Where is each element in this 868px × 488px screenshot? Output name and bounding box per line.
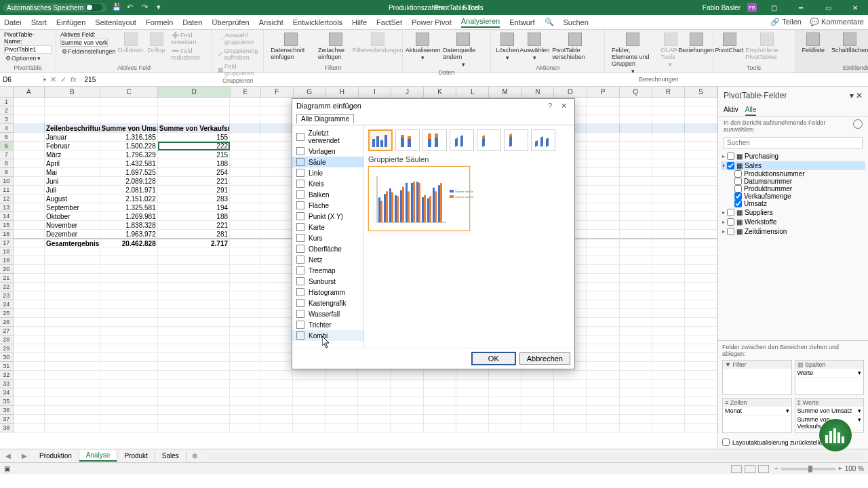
cell[interactable]	[100, 424, 158, 432]
cell[interactable]	[685, 371, 717, 380]
cell[interactable]: Gesamtergebnis	[45, 239, 100, 247]
cell[interactable]	[326, 424, 358, 432]
cell[interactable]: Juli	[45, 186, 100, 195]
cell[interactable]	[685, 142, 717, 150]
cell[interactable]: August	[45, 195, 100, 203]
cell[interactable]: Dezember	[45, 230, 100, 239]
cell[interactable]	[230, 177, 260, 186]
cell[interactable]	[45, 291, 100, 300]
cell[interactable]	[620, 221, 652, 230]
cell[interactable]	[14, 380, 45, 388]
cell[interactable]	[158, 265, 230, 274]
cell[interactable]	[521, 424, 554, 432]
area-item[interactable]: Monat▾	[723, 407, 791, 415]
col-header[interactable]: O	[554, 87, 587, 97]
move-pivottable-button[interactable]: PivotTable verschieben	[549, 31, 600, 62]
cell[interactable]	[620, 150, 652, 159]
cell[interactable]	[620, 159, 652, 168]
cell[interactable]	[424, 424, 456, 432]
cell[interactable]: 2.089.128	[100, 177, 158, 186]
cell[interactable]: 222	[158, 142, 230, 150]
cell[interactable]	[587, 397, 619, 406]
cell[interactable]	[14, 265, 45, 274]
cell[interactable]	[456, 397, 489, 406]
col-header[interactable]: E	[231, 87, 261, 97]
cell[interactable]	[14, 195, 45, 203]
dialog-close-icon[interactable]: ✕	[557, 102, 570, 110]
zoom-in-icon[interactable]: +	[838, 465, 842, 472]
cell[interactable]: September	[45, 203, 100, 212]
tab-pagelayout[interactable]: Seitenlayout	[95, 18, 136, 26]
cell[interactable]	[620, 195, 652, 203]
cell[interactable]	[620, 133, 652, 142]
cell[interactable]	[685, 247, 717, 256]
cell[interactable]	[652, 424, 685, 432]
chart-category-item[interactable]: Balken	[292, 189, 363, 200]
cell[interactable]: 281	[158, 230, 230, 239]
cell[interactable]	[587, 283, 619, 291]
cell[interactable]	[620, 309, 652, 318]
cell[interactable]	[100, 247, 158, 256]
cell[interactable]: 254	[158, 168, 230, 177]
cell[interactable]	[100, 106, 158, 115]
row-header[interactable]: 4	[0, 124, 14, 133]
cell[interactable]	[14, 230, 45, 239]
cell[interactable]	[358, 415, 391, 424]
cell[interactable]	[652, 380, 685, 388]
cell[interactable]	[158, 371, 230, 380]
cell[interactable]	[230, 230, 260, 239]
cell[interactable]	[652, 283, 685, 291]
cell[interactable]: 1.796.329	[100, 150, 158, 159]
cell[interactable]	[587, 415, 619, 424]
cell[interactable]	[230, 203, 260, 212]
pivot-pane-options-icon[interactable]: ▾	[850, 91, 854, 100]
cell[interactable]	[230, 380, 260, 388]
cell[interactable]	[489, 406, 521, 415]
gear-icon[interactable]	[853, 119, 863, 129]
cell[interactable]	[45, 309, 100, 318]
cell[interactable]	[293, 397, 326, 406]
area-rows[interactable]: ≡ Zeilen Monat▾	[722, 398, 792, 433]
chart-subtype-3d-clustered[interactable]	[450, 129, 474, 151]
cancel-formula-icon[interactable]: ✕	[50, 75, 56, 84]
cell[interactable]	[14, 344, 45, 353]
cell[interactable]	[14, 203, 45, 212]
cell[interactable]	[260, 247, 293, 256]
row-header[interactable]: 16	[0, 230, 14, 239]
cell[interactable]	[620, 212, 652, 221]
cell[interactable]	[587, 247, 619, 256]
cell[interactable]	[587, 239, 619, 247]
maximize-icon[interactable]: ▭	[818, 4, 838, 12]
cell[interactable]	[230, 106, 260, 115]
cell[interactable]	[620, 239, 652, 247]
cell[interactable]	[456, 424, 489, 432]
cell[interactable]: Januar	[45, 133, 100, 142]
cell[interactable]	[587, 380, 619, 388]
row-header[interactable]: 26	[0, 318, 14, 327]
row-header[interactable]: 38	[0, 424, 14, 432]
cell[interactable]	[230, 98, 260, 106]
cell[interactable]	[521, 380, 554, 388]
cell[interactable]: 1.269.981	[100, 212, 158, 221]
cell[interactable]	[14, 150, 45, 159]
cell[interactable]	[45, 274, 100, 283]
cell[interactable]	[230, 353, 260, 362]
cell[interactable]	[14, 291, 45, 300]
cell[interactable]	[424, 388, 456, 397]
cell[interactable]	[230, 291, 260, 300]
cell[interactable]	[100, 309, 158, 318]
tab-formulas[interactable]: Formeln	[146, 18, 173, 26]
cell[interactable]: 1.316.185	[100, 133, 158, 142]
cell[interactable]	[45, 424, 100, 432]
active-field-input[interactable]	[60, 39, 108, 47]
cell[interactable]	[456, 371, 489, 380]
cell[interactable]	[489, 380, 521, 388]
cell[interactable]	[230, 327, 260, 336]
cell[interactable]	[260, 177, 293, 186]
cell[interactable]: März	[45, 150, 100, 159]
cell[interactable]	[326, 380, 358, 388]
cell[interactable]	[652, 256, 685, 265]
field-checkbox[interactable]	[734, 200, 742, 207]
cell[interactable]	[158, 380, 230, 388]
col-header[interactable]: B	[45, 87, 100, 97]
